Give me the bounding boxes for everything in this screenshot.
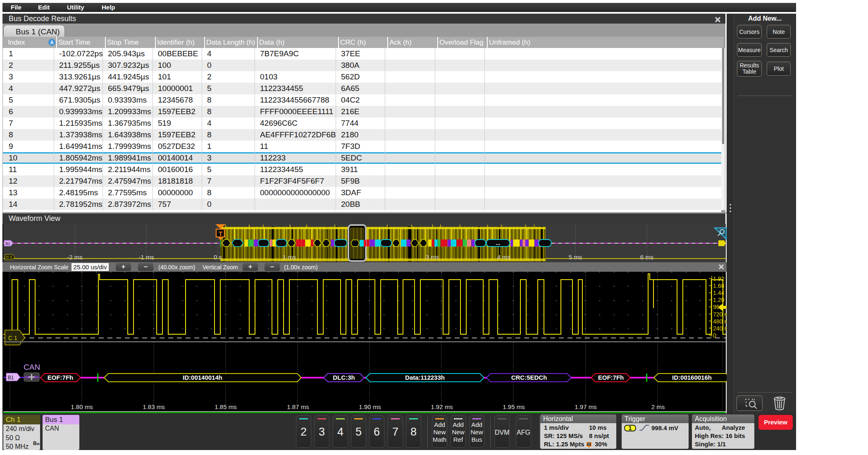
svg-text:1.80 ms: 1.80 ms bbox=[71, 403, 93, 410]
svg-text:ID:00160016h: ID:00160016h bbox=[672, 374, 712, 381]
svg-text:Data:112233h: Data:112233h bbox=[405, 374, 445, 381]
svg-text:DLC:3h: DLC:3h bbox=[333, 374, 355, 381]
svg-text:480 m: 480 m bbox=[713, 318, 727, 325]
svg-text:CAN: CAN bbox=[24, 363, 40, 371]
svg-text:CRC:5EDCh: CRC:5EDCh bbox=[511, 374, 547, 381]
svg-text:1.85 ms: 1.85 ms bbox=[215, 403, 236, 410]
svg-text:T: T bbox=[588, 443, 590, 446]
svg-text:C 1: C 1 bbox=[8, 335, 17, 341]
svg-text:1.92 ms: 1.92 ms bbox=[431, 403, 453, 410]
svg-text:1.95 ms: 1.95 ms bbox=[503, 403, 525, 410]
svg-text:1.97 ms: 1.97 ms bbox=[575, 403, 596, 410]
svg-text:1.44: 1.44 bbox=[713, 290, 724, 296]
svg-text:0: 0 bbox=[713, 332, 716, 339]
svg-text:1.20: 1.20 bbox=[713, 297, 724, 303]
svg-text:1.87 ms: 1.87 ms bbox=[287, 403, 309, 410]
svg-text:1.83 ms: 1.83 ms bbox=[143, 403, 165, 410]
svg-text:EOF:7Fh: EOF:7Fh bbox=[48, 374, 74, 381]
svg-text:1.68: 1.68 bbox=[713, 283, 724, 289]
svg-text:1.90 ms: 1.90 ms bbox=[359, 403, 381, 410]
svg-text:B1: B1 bbox=[8, 375, 14, 381]
svg-text:ID:00140014h: ID:00140014h bbox=[183, 374, 222, 381]
svg-text:240 m: 240 m bbox=[713, 325, 727, 332]
svg-text:EOF:7Fh: EOF:7Fh bbox=[598, 374, 624, 381]
svg-text:2 ms: 2 ms bbox=[651, 403, 665, 410]
svg-text:720 m: 720 m bbox=[713, 311, 727, 318]
svg-text:1.92: 1.92 bbox=[713, 275, 724, 282]
